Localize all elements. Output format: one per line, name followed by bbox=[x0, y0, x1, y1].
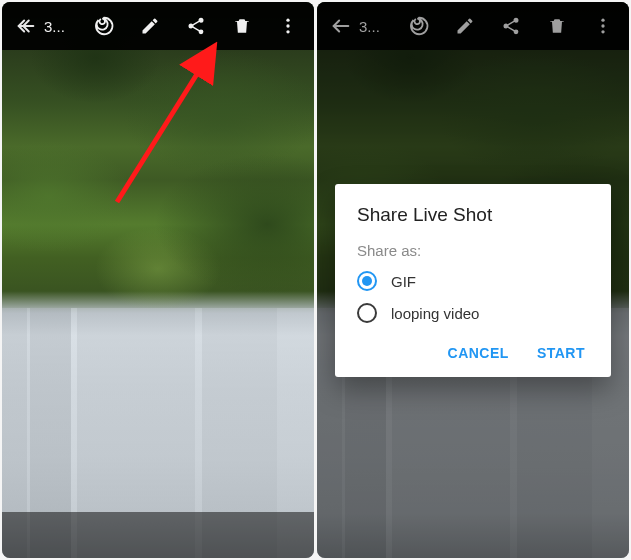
annotation-arrow bbox=[2, 2, 312, 558]
share-icon bbox=[501, 16, 521, 36]
back-arrow-icon bbox=[15, 15, 37, 37]
share-live-shot-dialog: Share Live Shot Share as: GIF looping vi… bbox=[335, 184, 611, 377]
svg-point-3 bbox=[286, 24, 289, 27]
screen-dialog: 3... Share Live Shot Share as: GIF bbox=[317, 2, 629, 558]
toolbar-actions bbox=[86, 8, 308, 44]
trash-icon bbox=[547, 16, 567, 36]
spiral-icon bbox=[93, 15, 115, 37]
radio-option-gif[interactable]: GIF bbox=[357, 271, 589, 291]
back-arrow-icon bbox=[330, 15, 352, 37]
bottom-gradient-bar bbox=[2, 512, 314, 558]
back-button[interactable] bbox=[323, 15, 359, 37]
image-counter: 3... bbox=[44, 18, 72, 35]
more-button[interactable] bbox=[585, 8, 621, 44]
svg-point-2 bbox=[286, 19, 289, 22]
more-vert-icon bbox=[278, 16, 298, 36]
delete-button[interactable] bbox=[539, 8, 575, 44]
screen-before: 3... bbox=[2, 2, 314, 558]
edit-button[interactable] bbox=[447, 8, 483, 44]
toolbar-actions bbox=[401, 8, 623, 44]
share-icon bbox=[186, 16, 206, 36]
dialog-actions: CANCEL START bbox=[357, 335, 589, 369]
pencil-icon bbox=[140, 16, 160, 36]
start-button[interactable]: START bbox=[537, 345, 585, 361]
spiral-button[interactable] bbox=[401, 8, 437, 44]
svg-point-9 bbox=[601, 30, 604, 33]
svg-point-8 bbox=[601, 24, 604, 27]
dialog-title: Share Live Shot bbox=[357, 204, 589, 226]
radio-label: looping video bbox=[391, 305, 479, 322]
more-vert-icon bbox=[593, 16, 613, 36]
dialog-subtitle: Share as: bbox=[357, 242, 589, 259]
radio-label: GIF bbox=[391, 273, 416, 290]
svg-point-7 bbox=[601, 19, 604, 22]
topbar: 3... bbox=[2, 2, 314, 50]
cancel-button[interactable]: CANCEL bbox=[448, 345, 509, 361]
pencil-icon bbox=[455, 16, 475, 36]
radio-unselected-icon bbox=[357, 303, 377, 323]
spiral-button[interactable] bbox=[86, 8, 122, 44]
image-counter: 3... bbox=[359, 18, 387, 35]
more-button[interactable] bbox=[270, 8, 306, 44]
delete-button[interactable] bbox=[224, 8, 260, 44]
trash-icon bbox=[232, 16, 252, 36]
edit-button[interactable] bbox=[132, 8, 168, 44]
back-button[interactable] bbox=[8, 15, 44, 37]
radio-option-looping-video[interactable]: looping video bbox=[357, 303, 589, 323]
radio-selected-icon bbox=[357, 271, 377, 291]
svg-line-5 bbox=[117, 50, 212, 202]
svg-point-4 bbox=[286, 30, 289, 33]
topbar: 3... bbox=[317, 2, 629, 50]
share-button[interactable] bbox=[493, 8, 529, 44]
spiral-icon bbox=[408, 15, 430, 37]
share-button[interactable] bbox=[178, 8, 214, 44]
